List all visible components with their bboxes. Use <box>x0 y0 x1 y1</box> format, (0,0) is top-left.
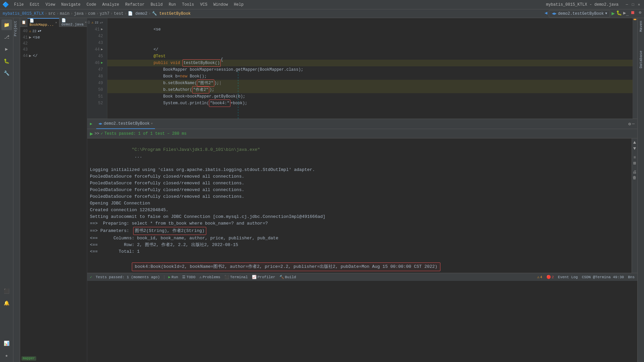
errors-count[interactable]: 🔴 2 <box>546 275 554 279</box>
menu-tools[interactable]: Tools <box>179 2 197 8</box>
output-preparing: ==> Preparing: select * from tb_book whe… <box>90 220 629 227</box>
favorites-icon[interactable]: ★ <box>1 350 12 361</box>
window-controls: ─ □ ✕ <box>625 2 641 7</box>
menu-navigate[interactable]: Navigate <box>58 2 83 8</box>
menu-help[interactable]: Help <box>231 2 246 8</box>
close-button[interactable]: ✕ <box>637 2 641 7</box>
position-text: CSDN @Termina <box>582 275 611 279</box>
breadcrumb-method[interactable]: 🔧 testGetByBook <box>152 11 191 16</box>
left-icon-bar: 📁 ⎇ ▶ 🐛 🔧 ⬛ 🔔 📊 ★ <box>0 18 13 362</box>
database-label[interactable]: Database <box>638 48 644 71</box>
center-area: 40⚠22▲▼ 41▶ 42 43 44▶ 45 46▶ 47 48 49 50… <box>87 18 637 362</box>
menu-vcs[interactable]: VCS <box>198 2 210 8</box>
run-label[interactable]: ▶ Run <box>168 275 178 279</box>
tools-icon[interactable]: 🔧 <box>1 68 12 78</box>
run-output[interactable]: "C:\Program Files\Java\jdk1.8.0_101\bin\… <box>87 138 632 273</box>
output-pool4: PooledDataSource forcefully closed/remov… <box>90 193 629 200</box>
print-btn[interactable]: 🖨 <box>633 170 637 175</box>
menu-build[interactable]: Build <box>148 2 165 8</box>
debug-icon[interactable]: 🐛 <box>1 56 12 66</box>
settings-run-icon[interactable]: ⚙ <box>628 121 631 127</box>
bookMapper-tab[interactable]: 📄 BookMapp... ✕ <box>28 18 59 27</box>
run-tab-close[interactable]: ✕ <box>151 122 153 125</box>
sort-btn[interactable]: ≡ <box>633 155 637 160</box>
notifications-icon[interactable]: 🔔 <box>1 298 12 308</box>
navigation-back[interactable]: ◀ <box>545 10 547 17</box>
method-name-highlight: testGetByBook() <box>182 59 221 67</box>
breadcrumb-test[interactable]: test <box>114 11 123 16</box>
menu-view[interactable]: View <box>43 2 58 8</box>
tree-item-41[interactable]: 41 ▶ <se <box>20 34 87 41</box>
tab-close-bookmapper[interactable]: ✕ <box>55 21 57 24</box>
menu-window[interactable]: Window <box>211 2 230 8</box>
window-title: mybatis_0815_KTLX - demo2.java <box>546 2 619 7</box>
scroll-up-btn[interactable]: ▲ <box>633 140 637 145</box>
tree-item-43[interactable]: 43 <box>20 47 87 53</box>
run-right-buttons: ▲ ▼ ≡ ▤ 🖨 🗑 <box>632 138 637 273</box>
breadcrumb-demo2[interactable]: 📄 demo2 <box>128 11 147 16</box>
tree-item-42[interactable]: 42 <box>20 41 87 47</box>
tab-close-demo2[interactable]: ✕ <box>85 20 87 24</box>
stop-button[interactable]: ⏹ <box>630 10 635 17</box>
maven-label[interactable]: Maven <box>638 18 644 35</box>
tree-item-44[interactable]: 44 ▶ </ <box>20 53 87 59</box>
scroll-down-btn[interactable]: ▼ <box>633 146 637 151</box>
event-log-label[interactable]: Event Log <box>558 275 578 279</box>
output-pool3: PooledDataSource forcefully closed/remov… <box>90 187 629 193</box>
run-button[interactable]: ▶ <box>611 10 615 17</box>
menu-edit[interactable]: Edit <box>27 2 42 8</box>
breadcrumb-project[interactable]: mybatis_0815_KTLX <box>3 11 44 16</box>
mapper-tag: mapper <box>21 356 36 361</box>
tree-item-46 <box>20 66 87 72</box>
output-created-connection: Created connection 1226204845. <box>90 207 629 214</box>
run-config-selector[interactable]: ◀▶ demo2.testGetByBook ▼ <box>549 10 610 17</box>
commits-icon[interactable]: ⎇ <box>1 32 12 42</box>
tree-item-47 <box>20 72 87 79</box>
menu-refactor[interactable]: Refactor <box>122 2 147 8</box>
demo2-tab[interactable]: 📄 demo2.java ✕ <box>59 18 89 27</box>
run-with-coverage[interactable]: ▶̲ <box>623 10 629 17</box>
run-tab-active[interactable]: ◀▶ demo2.testGetByBook ✕ <box>96 119 155 129</box>
run-icon[interactable]: ▶ <box>1 44 12 54</box>
settings-icon[interactable]: ⚙ <box>639 10 641 17</box>
structure-icon[interactable]: 📊 <box>1 338 12 349</box>
minimize-button[interactable]: ─ <box>625 2 629 7</box>
output-row: <== Row: 2, 图书2, 作者2, 2.2, 出版社2, 2022-08… <box>90 242 629 248</box>
run-panel-right-controls: ⚙ — <box>628 121 635 127</box>
output-pool2: PooledDataSource forcefully closed/remov… <box>90 180 629 187</box>
breadcrumb-com[interactable]: com <box>88 11 95 16</box>
maximize-button[interactable]: □ <box>631 2 635 7</box>
play-button[interactable]: ▶ <box>90 130 93 137</box>
project-panel-label[interactable]: Project <box>13 18 20 39</box>
output-result: book4:Book(bookId=2, bookName=图书2, autho… <box>90 255 629 273</box>
breadcrumb-src[interactable]: src <box>48 11 56 16</box>
filter-btn[interactable]: ▤ <box>633 161 637 166</box>
menu-analyze[interactable]: Analyze <box>100 2 122 8</box>
todo-label[interactable]: ☰ TODO <box>182 275 195 279</box>
warnings-count[interactable]: ⚠ 4 <box>537 275 542 279</box>
code-content[interactable]: <se </ @Test <box>107 18 633 119</box>
code-line-51: Book book=bookMapper.getByBook(b); <box>107 93 633 100</box>
breadcrumb: mybatis_0815_KTLX › src › main › java › … <box>0 9 644 18</box>
encoding-indicator[interactable]: Bns <box>628 275 635 279</box>
problems-label[interactable]: ⚠ Problems <box>200 275 220 279</box>
menu-run[interactable]: Run <box>166 2 179 8</box>
minimize-run-icon[interactable]: — <box>632 121 635 127</box>
delete-btn[interactable]: 🗑 <box>633 175 637 180</box>
menu-file[interactable]: File <box>11 2 26 8</box>
tree-item-40[interactable]: 40 ⚠ 22 ▲▼ <box>20 28 87 34</box>
terminal-label[interactable]: ⬛ Terminal <box>224 275 248 279</box>
app-logo: 🔷 <box>3 2 9 8</box>
breadcrumb-yzh7[interactable]: yzh7 <box>100 11 109 16</box>
debug-button[interactable]: 🐛 <box>616 10 622 17</box>
tree-item-50 <box>20 93 87 99</box>
terminal-icon[interactable]: ⬛ <box>1 286 12 296</box>
project-tree: 📋 📄 BookMapp... ✕ 📄 demo2.java ✕ ▲ ▼ 40 <box>20 18 87 362</box>
breadcrumb-java[interactable]: java <box>74 11 84 16</box>
profiler-label[interactable]: 📈 Profiler <box>252 275 275 279</box>
project-icon[interactable]: 📁 <box>1 19 12 30</box>
menu-code[interactable]: Code <box>84 2 99 8</box>
breadcrumb-main[interactable]: main <box>60 11 69 16</box>
double-right-button[interactable]: >> <box>95 131 99 136</box>
build-label[interactable]: 🔨 Build <box>279 275 296 279</box>
